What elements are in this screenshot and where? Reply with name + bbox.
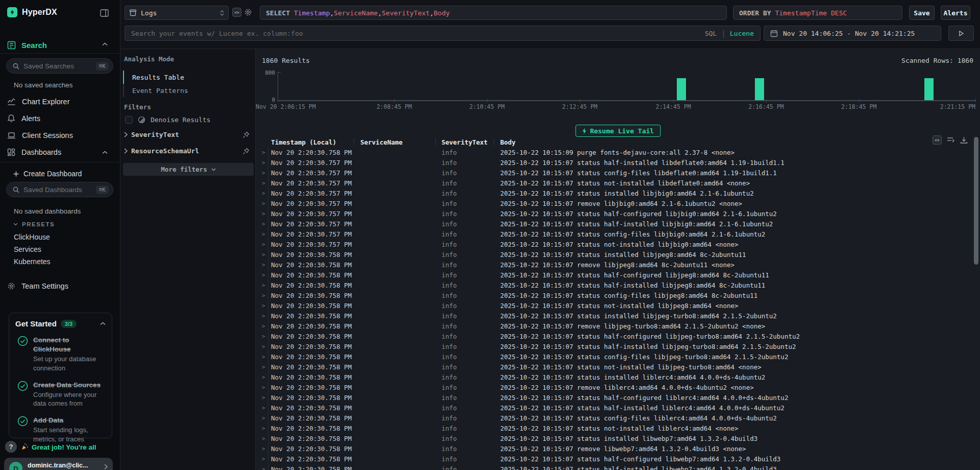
row-expand-chevron-icon[interactable]: > [262,434,265,444]
row-expand-chevron-icon[interactable]: > [262,250,265,260]
source-select[interactable]: Logs [125,6,229,20]
row-expand-chevron-icon[interactable]: > [262,168,265,178]
row-expand-chevron-icon[interactable]: > [262,403,265,413]
sidebar-item-client-sessions[interactable]: Client Sessions [7,131,73,139]
log-row[interactable]: >Nov 20 2:20:30.758 PMinfo2025-10-22 10:… [256,332,980,342]
log-row[interactable]: >Nov 20 2:20:30.758 PMinfo2025-10-22 10:… [256,403,980,413]
saved-searches-input[interactable]: Saved Searches ⌘K [6,58,113,74]
log-row[interactable]: >Nov 20 2:20:30.757 PMinfo2025-10-22 10:… [256,158,980,168]
row-expand-chevron-icon[interactable]: > [262,444,265,454]
row-expand-chevron-icon[interactable]: > [262,240,265,250]
row-expand-chevron-icon[interactable]: > [262,209,265,219]
log-row[interactable]: >Nov 20 2:20:30.758 PMinfo2025-10-22 10:… [256,260,980,270]
vertical-scrollbar[interactable] [974,137,978,265]
chevron-up-icon[interactable] [102,151,108,154]
presets-toggle[interactable]: PRESETS [13,221,55,227]
row-expand-chevron-icon[interactable]: > [262,383,265,393]
log-row[interactable]: >Nov 20 2:20:30.758 PMinfo2025-10-22 10:… [256,148,980,158]
row-expand-chevron-icon[interactable]: > [262,229,265,240]
log-row[interactable]: >Nov 20 2:20:30.758 PMinfo2025-10-22 10:… [256,311,980,321]
preset-services[interactable]: Services [14,245,41,253]
sidebar-item-chart-explorer[interactable]: Chart Explorer [7,97,69,106]
log-row[interactable]: >Nov 20 2:20:30.758 PMinfo2025-10-22 10:… [256,291,980,301]
sidebar-item-dashboards[interactable]: Dashboards [7,148,61,156]
log-row[interactable]: >Nov 20 2:20:30.758 PMinfo2025-10-22 10:… [256,434,980,444]
saved-dashboards-input[interactable]: Saved Dashboards ⌘K [6,182,113,197]
row-expand-chevron-icon[interactable]: > [262,301,265,311]
log-row[interactable]: >Nov 20 2:20:30.758 PMinfo2025-10-22 10:… [256,280,980,291]
mode-event-patterns[interactable]: Event Patterns [123,84,251,97]
log-row[interactable]: >Nov 20 2:20:30.758 PMinfo2025-10-22 10:… [256,372,980,383]
resume-live-tail-button[interactable]: Resume Live Tail [575,125,660,137]
log-row[interactable]: >Nov 20 2:20:30.757 PMinfo2025-10-22 10:… [256,178,980,189]
row-expand-chevron-icon[interactable]: > [262,148,265,158]
select-columns-input[interactable]: SELECT Timestamp,ServiceName,SeverityTex… [260,6,727,20]
log-row[interactable]: >Nov 20 2:20:30.758 PMinfo2025-10-22 10:… [256,270,980,280]
source-settings-gear-icon[interactable] [243,8,253,17]
row-expand-chevron-icon[interactable]: > [262,454,265,464]
app-logo[interactable]: HyperDX [7,7,57,17]
log-row[interactable]: >Nov 20 2:20:30.757 PMinfo2025-10-22 10:… [256,189,980,199]
log-row[interactable]: >Nov 20 2:20:30.757 PMinfo2025-10-22 10:… [256,168,980,178]
row-expand-chevron-icon[interactable]: > [262,189,265,199]
pin-icon[interactable] [242,131,250,138]
log-row[interactable]: >Nov 20 2:20:30.758 PMinfo2025-10-22 10:… [256,424,980,434]
col-header-severitytext[interactable]: SeverityText [442,138,487,146]
order-by-input[interactable]: ORDER BY TimestampTime DESC [733,6,902,20]
row-expand-chevron-icon[interactable]: > [262,332,265,342]
row-expand-chevron-icon[interactable]: > [262,291,265,301]
log-row[interactable]: >Nov 20 2:20:30.757 PMinfo2025-10-22 10:… [256,199,980,209]
preset-kubernetes[interactable]: Kubernetes [14,257,51,266]
row-expand-chevron-icon[interactable]: > [262,372,265,383]
event-search-input[interactable]: Search your events w/ Lucene ex. column:… [125,26,761,41]
language-toggle-lucene[interactable]: Lucene [730,30,754,37]
log-row[interactable]: >Nov 20 2:20:30.758 PMinfo2025-10-22 10:… [256,362,980,372]
log-row[interactable]: >Nov 20 2:20:30.758 PMinfo2025-10-22 10:… [256,444,980,454]
sidebar-item-alerts[interactable]: Alerts [7,114,40,123]
log-row[interactable]: >Nov 20 2:20:30.758 PMinfo2025-10-22 10:… [256,464,980,470]
row-expand-chevron-icon[interactable]: > [262,424,265,434]
sidebar-item-search[interactable]: Search [7,41,47,50]
row-expand-chevron-icon[interactable]: > [262,270,265,280]
row-expand-chevron-icon[interactable]: > [262,362,265,372]
run-query-button[interactable] [948,26,974,41]
sidebar-item-team-settings[interactable]: Team Settings [7,282,68,290]
sidebar-collapse-icon[interactable] [100,9,109,17]
log-row[interactable]: >Nov 20 2:20:30.758 PMinfo2025-10-22 10:… [256,393,980,403]
get-started-step-connect[interactable]: Connect to ClickHouse Set up your databa… [15,336,106,373]
row-expand-chevron-icon[interactable]: > [262,413,265,424]
filter-group-resourceschemaurl[interactable]: ResourceSchemaUrl [124,147,252,155]
pin-icon[interactable] [242,148,250,155]
log-row[interactable]: >Nov 20 2:20:30.758 PMinfo2025-10-22 10:… [256,454,980,464]
log-row[interactable]: >Nov 20 2:20:30.758 PMinfo2025-10-22 10:… [256,352,980,362]
help-button[interactable]: ? [5,441,17,453]
get-started-step-add-data[interactable]: Add Data Start sending logs, metrics, or… [15,416,106,443]
log-row[interactable]: >Nov 20 2:20:30.757 PMinfo2025-10-22 10:… [256,219,980,229]
create-dashboard-button[interactable]: Create Dashboard [13,170,82,178]
user-menu[interactable]: D dominic.tran@clic... dominic.tran@clic… [4,458,113,470]
denoise-checkbox[interactable] [125,116,133,124]
col-header-servicename[interactable]: ServiceName [360,138,403,146]
row-expand-chevron-icon[interactable]: > [262,219,265,229]
filter-group-severitytext[interactable]: SeverityText [124,131,252,138]
language-toggle-sql[interactable]: SQL [705,30,717,37]
log-row[interactable]: >Nov 20 2:20:30.758 PMinfo2025-10-22 10:… [256,301,980,311]
save-button[interactable]: Save [909,6,935,20]
log-row[interactable]: >Nov 20 2:20:30.757 PMinfo2025-10-22 10:… [256,209,980,219]
col-header-timestamp[interactable]: Timestamp (Local) [271,138,336,146]
log-row[interactable]: >Nov 20 2:20:30.758 PMinfo2025-10-22 10:… [256,413,980,424]
row-expand-chevron-icon[interactable]: > [262,260,265,270]
row-expand-chevron-icon[interactable]: > [262,199,265,209]
alerts-button[interactable]: Alerts [941,6,970,20]
log-row[interactable]: >Nov 20 2:20:30.758 PMinfo2025-10-22 10:… [256,342,980,352]
row-expand-chevron-icon[interactable]: > [262,158,265,168]
log-row[interactable]: >Nov 20 2:20:30.757 PMinfo2025-10-22 10:… [256,240,980,250]
chevron-up-icon[interactable] [100,322,106,325]
row-expand-chevron-icon[interactable]: > [262,352,265,362]
row-expand-chevron-icon[interactable]: > [262,321,265,332]
row-expand-chevron-icon[interactable]: > [262,393,265,403]
log-row[interactable]: >Nov 20 2:20:30.758 PMinfo2025-10-22 10:… [256,383,980,393]
log-row[interactable]: >Nov 20 2:20:30.758 PMinfo2025-10-22 10:… [256,321,980,332]
log-row[interactable]: >Nov 20 2:20:30.758 PMinfo2025-10-22 10:… [256,250,980,260]
results-histogram[interactable]: 800 0 Nov 20 2:06:15 PM2:08:45 PM2:10:45… [256,69,980,113]
